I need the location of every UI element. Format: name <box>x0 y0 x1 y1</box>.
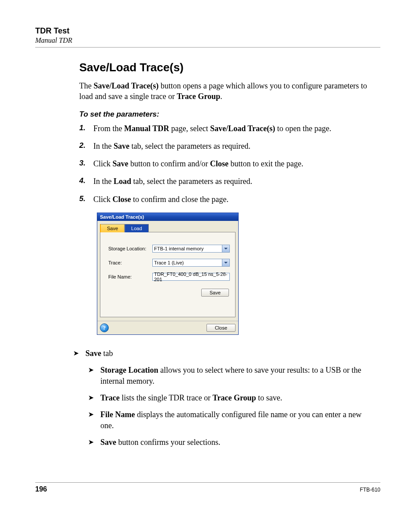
page-number: 196 <box>35 485 47 493</box>
save-load-dialog: Save/Load Trace(s) Save Load Storage Loc… <box>97 213 239 335</box>
procedure-steps: From the Manual TDR page, select Save/Lo… <box>79 123 376 205</box>
chapter-title: TDR Test <box>35 26 380 36</box>
dialog-tabs: Save Load <box>100 224 236 232</box>
model-number: FTB-610 <box>360 487 380 493</box>
chapter-subtitle: Manual TDR <box>35 37 380 44</box>
close-button[interactable]: Close <box>206 324 236 332</box>
item-save-button: Save button confirms your selections. <box>88 437 376 448</box>
chevron-down-icon[interactable] <box>222 245 229 252</box>
label-file-name: File Name: <box>108 274 152 279</box>
dialog-footer: ? Close <box>97 321 238 334</box>
step-1: From the Manual TDR page, select Save/Lo… <box>79 123 376 134</box>
step-3: Click Save button to confirm and/or Clos… <box>79 158 376 169</box>
help-icon[interactable]: ? <box>100 323 109 332</box>
save-button[interactable]: Save <box>201 289 229 297</box>
item-file-name: File Name displays the automatically con… <box>88 409 376 431</box>
dialog-screenshot: Save/Load Trace(s) Save Load Storage Loc… <box>97 213 376 335</box>
running-header: TDR Test Manual TDR <box>35 26 380 44</box>
tab-load[interactable]: Load <box>125 224 148 232</box>
step-4: In the Load tab, select the parameters a… <box>79 176 376 187</box>
chevron-down-icon[interactable] <box>222 259 229 266</box>
tab-pane-save: Storage Location: FTB-1 internal memory … <box>100 232 236 317</box>
label-storage-location: Storage Location: <box>108 246 152 251</box>
combo-trace[interactable]: Trace 1 (Live) <box>152 259 230 267</box>
section-heading: Save/Load Trace(s) <box>79 61 376 74</box>
item-trace: Trace lists the single TDR trace or Trac… <box>88 393 376 403</box>
description-list: Save tab Storage Location allows you to … <box>73 348 376 448</box>
procedure-heading: To set the parameters: <box>79 110 376 119</box>
combo-storage-location[interactable]: FTB-1 internal memory <box>152 245 230 253</box>
header-rule <box>35 47 380 48</box>
item-save-tab: Save tab Storage Location allows you to … <box>73 348 376 448</box>
item-storage-location: Storage Location allows you to select wh… <box>88 365 376 386</box>
dialog-titlebar: Save/Load Trace(s) <box>97 213 238 221</box>
page-footer: 196 FTB-610 <box>35 482 380 493</box>
intro-paragraph: The Save/Load Trace(s) button opens a pa… <box>79 81 376 102</box>
step-5: Click Close to confirm and close the pag… <box>79 194 376 205</box>
tab-save[interactable]: Save <box>100 224 125 232</box>
save-tab-sublist: Storage Location allows you to select wh… <box>88 365 376 448</box>
label-trace: Trace: <box>108 260 152 265</box>
step-2: In the Save tab, select the parameters a… <box>79 141 376 151</box>
input-file-name[interactable]: TDR_FT0_400_0 dB_15 ns_5-28-201 <box>152 273 230 281</box>
